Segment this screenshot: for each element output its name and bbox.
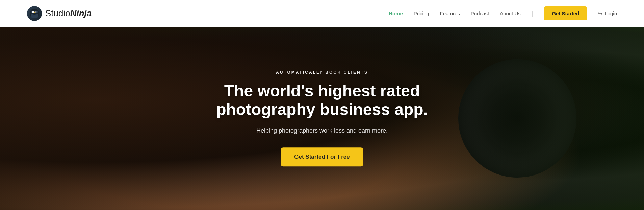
logo-icon: ✦ [27, 6, 42, 21]
hero-headline-line1: The world's highest rated [224, 82, 420, 100]
main-nav: Home Pricing Features Podcast About Us |… [389, 6, 617, 20]
logo[interactable]: ✦ StudioNinja [27, 6, 92, 21]
nav-item-pricing[interactable]: Pricing [414, 10, 429, 16]
hero-content: AUTOMATICALLY BOOK CLIENTS The world's h… [204, 70, 440, 166]
nav-item-home[interactable]: Home [389, 10, 403, 16]
nav-item-features[interactable]: Features [440, 10, 460, 16]
hero-section: AUTOMATICALLY BOOK CLIENTS The world's h… [0, 27, 644, 210]
login-icon: ↪ [598, 10, 602, 17]
hero-headline-line2: photography business app. [216, 101, 428, 119]
login-label: Login [604, 10, 617, 16]
logo-text: StudioNinja [45, 8, 92, 19]
hero-subheadline: Helping photographers work less and earn… [204, 126, 440, 136]
site-header: ✦ StudioNinja Home Pricing Features Podc… [0, 0, 644, 27]
login-link[interactable]: ↪ Login [598, 10, 617, 17]
svg-point-4 [33, 11, 33, 12]
hero-eyebrow: AUTOMATICALLY BOOK CLIENTS [204, 70, 440, 75]
nav-divider: | [532, 10, 533, 17]
get-started-free-button[interactable]: Get Started For Free [281, 148, 363, 167]
nav-item-about-us[interactable]: About Us [500, 10, 521, 16]
get-started-nav-button[interactable]: Get Started [544, 6, 587, 20]
nav-item-podcast[interactable]: Podcast [471, 10, 489, 16]
hero-headline: The world's highest rated photography bu… [204, 81, 440, 119]
svg-point-5 [35, 11, 36, 12]
svg-text:✦: ✦ [34, 11, 35, 13]
